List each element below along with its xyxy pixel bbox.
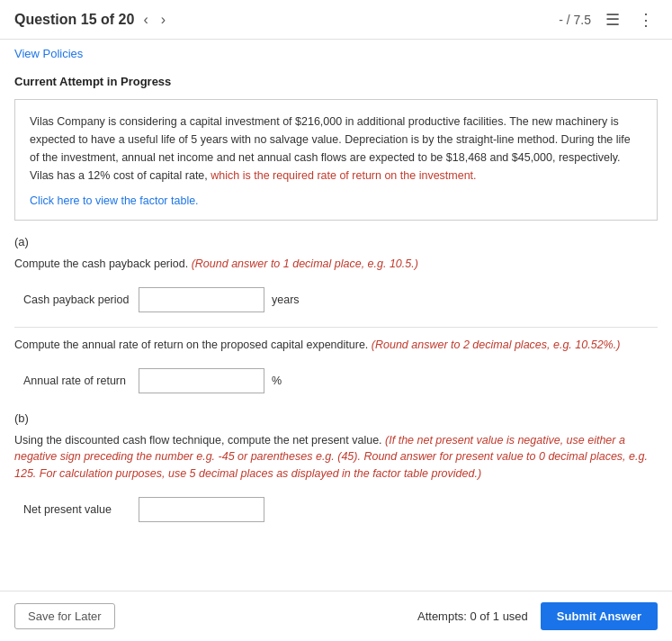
- part-a-q1: Compute the cash payback period. (Round …: [14, 256, 658, 318]
- question-text-red: which is the required rate of return on …: [208, 169, 477, 182]
- question-title: Question 15 of 20: [14, 12, 134, 28]
- part-b-text-paragraph: Using the discounted cash flow technique…: [14, 432, 658, 483]
- q1-text-main: Compute the cash payback period.: [14, 257, 188, 270]
- annual-rate-unit: %: [272, 375, 282, 387]
- more-icon: ⋮: [638, 11, 654, 29]
- part-a-q2: Compute the annual rate of return on the…: [14, 337, 658, 399]
- q1-instruction: (Round answer to 1 decimal place, e.g. 1…: [192, 257, 418, 270]
- view-policies-link[interactable]: View Policies: [14, 47, 83, 60]
- save-later-button[interactable]: Save for Later: [14, 603, 115, 629]
- part-a-label: (a): [14, 235, 658, 248]
- part-b-label: (b): [14, 411, 658, 425]
- question-text-paragraph: Vilas Company is considering a capital i…: [30, 113, 642, 185]
- cash-payback-unit: years: [272, 293, 300, 306]
- list-icon: ☰: [605, 11, 620, 29]
- list-icon-button[interactable]: ☰: [602, 8, 623, 32]
- divider-1: [14, 327, 658, 328]
- q2-text-main: Compute the annual rate of return on the…: [14, 339, 368, 351]
- cash-payback-input[interactable]: [139, 287, 264, 312]
- footer: Save for Later Attempts: 0 of 1 used Sub…: [0, 591, 672, 641]
- next-button[interactable]: ›: [157, 10, 169, 30]
- cash-payback-label: Cash payback period: [23, 293, 131, 306]
- factor-table-link[interactable]: Click here to view the factor table.: [30, 194, 199, 207]
- part-b-text-main: Using the discounted cash flow technique…: [14, 434, 382, 447]
- attempts-text: Attempts: 0 of 1 used: [417, 609, 528, 623]
- prev-button[interactable]: ‹: [139, 10, 151, 30]
- q2-instruction: (Round answer to 2 decimal places, e.g. …: [372, 339, 621, 351]
- annual-rate-input[interactable]: [139, 368, 264, 393]
- npv-label: Net present value: [23, 503, 131, 516]
- header: Question 15 of 20 ‹ › - / 7.5 ☰ ⋮: [0, 0, 672, 40]
- part-a-q2-text: Compute the annual rate of return on the…: [14, 337, 658, 354]
- content-area: Current Attempt in Progress Vilas Compan…: [0, 64, 672, 591]
- header-left: Question 15 of 20 ‹ ›: [14, 10, 559, 30]
- net-present-value-row: Net present value: [14, 492, 658, 528]
- part-a-section: (a) Compute the cash payback period. (Ro…: [14, 235, 658, 399]
- question-box: Vilas Company is considering a capital i…: [14, 99, 658, 221]
- header-right: - / 7.5 ☰ ⋮: [559, 8, 658, 32]
- part-b-section: (b) Using the discounted cash flow techn…: [14, 411, 658, 528]
- score-display: - / 7.5: [559, 13, 591, 27]
- footer-right: Attempts: 0 of 1 used Submit Answer: [417, 602, 658, 630]
- submit-answer-button[interactable]: Submit Answer: [541, 602, 658, 630]
- part-a-q1-text: Compute the cash payback period. (Round …: [14, 256, 658, 273]
- cash-payback-row: Cash payback period years: [14, 282, 658, 318]
- npv-input[interactable]: [139, 497, 264, 522]
- annual-rate-row: Annual rate of return %: [14, 363, 658, 399]
- view-policies-section: View Policies: [0, 40, 672, 64]
- current-attempt-label: Current Attempt in Progress: [14, 75, 658, 88]
- annual-rate-label: Annual rate of return: [23, 375, 131, 387]
- more-options-button[interactable]: ⋮: [634, 8, 658, 32]
